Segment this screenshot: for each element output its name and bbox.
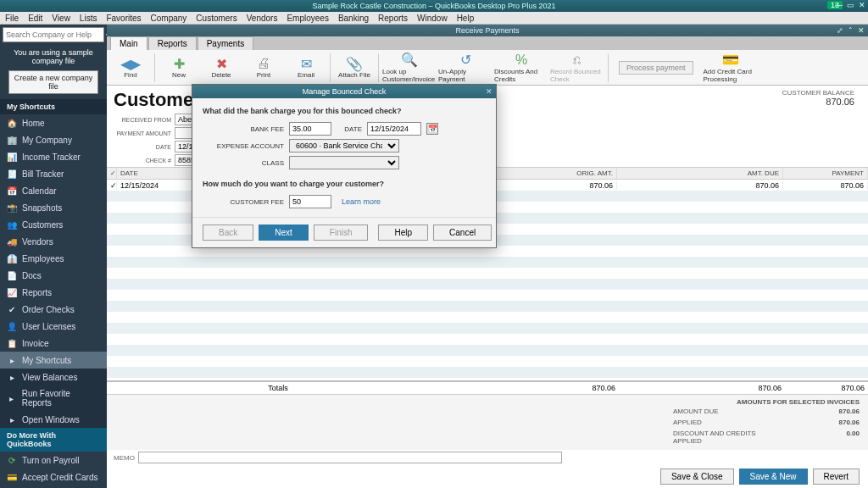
find-button[interactable]: ◀▶Find	[110, 56, 151, 79]
sidebar-footer-open-windows[interactable]: ▸Open Windows	[0, 411, 107, 428]
table-row[interactable]	[107, 334, 868, 345]
search-input[interactable]	[3, 27, 104, 42]
sidebar-item-order-checks[interactable]: ✔Order Checks	[0, 301, 107, 318]
domore-turn-on-payroll[interactable]: ⟳Turn on Payroll	[0, 452, 107, 469]
minimize-icon[interactable]: —	[835, 1, 843, 9]
sidebar-item-my-company[interactable]: 🏢My Company	[0, 131, 107, 148]
add-credit-card-button[interactable]: 💳Add Credit Card Processing	[704, 53, 758, 83]
sidebar-item-home[interactable]: 🏠Home	[0, 114, 107, 131]
menu-help[interactable]: Help	[457, 14, 475, 23]
sidebar-item-employees[interactable]: 👔Employees	[0, 250, 107, 267]
print-button[interactable]: 🖨Print	[243, 56, 284, 79]
customer-fee-input[interactable]	[289, 195, 331, 208]
tab-reports[interactable]: Reports	[148, 36, 197, 50]
ribbon-tabs: MainReportsPayments	[107, 36, 868, 50]
menu-favorites[interactable]: Favorites	[106, 14, 141, 23]
menubar: FileEditViewListsFavoritesCompanyCustome…	[0, 12, 868, 25]
menu-customers[interactable]: Customers	[196, 14, 236, 23]
attach-button[interactable]: 📎Attach File	[334, 56, 375, 79]
page-title: Customer	[114, 89, 201, 111]
discounts-button[interactable]: %Discounts And Credits	[494, 53, 548, 83]
tab-main[interactable]: Main	[110, 36, 147, 50]
domore-header: Do More With QuickBooks	[0, 428, 107, 452]
next-button[interactable]: Next	[259, 225, 309, 241]
print-icon: 🖨	[257, 56, 270, 71]
sidebar-item-income-tracker[interactable]: 📊Income Tracker	[0, 148, 107, 165]
table-row[interactable]	[107, 356, 868, 367]
sidebar-item-calendar[interactable]: 📅Calendar	[0, 182, 107, 199]
dialog-close-icon[interactable]: ✕	[486, 87, 492, 96]
expense-account-select[interactable]: 60600 · Bank Service Charges	[289, 139, 399, 152]
new-button[interactable]: ✚New	[159, 56, 199, 79]
close-icon[interactable]: ✕	[859, 1, 865, 9]
back-button[interactable]: Back	[203, 225, 253, 241]
menu-edit[interactable]: Edit	[28, 14, 42, 23]
sidebar-item-vendors[interactable]: 🚚Vendors	[0, 233, 107, 250]
window-up-icon[interactable]: ˄	[849, 26, 853, 35]
sidebar-footer-view-balances[interactable]: ▸View Balances	[0, 369, 107, 385]
save-close-button[interactable]: Save & Close	[660, 469, 734, 485]
menu-employees[interactable]: Employees	[287, 14, 328, 23]
record-bounced-button[interactable]: ⎌Record Bounced Check	[550, 53, 604, 83]
calendar-icon[interactable]: 📅	[426, 123, 438, 135]
table-row[interactable]	[107, 345, 868, 356]
sidebar-item-docs[interactable]: 📄Docs	[0, 267, 107, 284]
class-select[interactable]	[289, 156, 399, 169]
menu-company[interactable]: Company	[151, 14, 187, 23]
cancel-button[interactable]: Cancel	[433, 225, 492, 241]
date-label: Date	[114, 144, 171, 150]
sidebar-footer-my-shortcuts[interactable]: ▸My Shortcuts	[0, 352, 107, 369]
menu-reports[interactable]: Reports	[378, 14, 408, 23]
lookup-button[interactable]: 🔍Look up Customer/Invoice	[382, 53, 437, 83]
nav-icon: 👔	[7, 253, 17, 263]
revert-button[interactable]: Revert	[813, 469, 860, 485]
table-row[interactable]	[107, 290, 868, 301]
email-button[interactable]: ✉Email	[286, 56, 326, 79]
help-button[interactable]: Help	[378, 225, 428, 241]
menu-view[interactable]: View	[52, 14, 70, 23]
unapply-button[interactable]: ↺Un-Apply Payment	[438, 53, 492, 83]
menu-banking[interactable]: Banking	[338, 14, 369, 23]
table-row[interactable]	[107, 301, 868, 312]
sidebar-item-reports[interactable]: 📈Reports	[0, 284, 107, 301]
class-label: Class	[203, 159, 284, 167]
email-icon: ✉	[301, 56, 312, 71]
process-payment-button[interactable]: Process payment	[619, 61, 693, 75]
maximize-icon[interactable]: ▭	[847, 1, 854, 9]
save-new-button[interactable]: Save & New	[739, 469, 808, 485]
window-expand-icon[interactable]: ⤢	[837, 26, 843, 35]
memo-input[interactable]	[138, 452, 562, 463]
tab-payments[interactable]: Payments	[198, 36, 253, 50]
menu-file[interactable]: File	[5, 14, 19, 23]
table-row[interactable]	[107, 367, 868, 378]
nav-icon: 📋	[7, 338, 17, 348]
bank-fee-input[interactable]	[289, 122, 331, 136]
summary-title: AMOUNTS FOR SELECTED INVOICES	[115, 398, 860, 406]
totals-row: Totals 870.06 870.06 870.06	[107, 380, 868, 394]
table-row[interactable]	[107, 268, 868, 279]
discounts-icon: %	[515, 53, 527, 68]
bounce-date-input[interactable]	[367, 122, 421, 136]
sidebar-footer-run-favorite-reports[interactable]: ▸Run Favorite Reports	[0, 385, 107, 411]
table-row[interactable]	[107, 257, 868, 268]
sidebar-item-invoice[interactable]: 📋Invoice	[0, 335, 107, 352]
sidebar-item-user-licenses[interactable]: 👤User Licenses	[0, 318, 107, 335]
menu-lists[interactable]: Lists	[80, 14, 97, 23]
table-row[interactable]	[107, 312, 868, 323]
learn-more-link[interactable]: Learn more	[342, 197, 381, 206]
expense-account-label: Expense Account	[203, 142, 284, 150]
table-row[interactable]	[107, 323, 868, 334]
sidebar-item-bill-tracker[interactable]: 🧾Bill Tracker	[0, 165, 107, 182]
sidebar-item-snapshots[interactable]: 📸Snapshots	[0, 199, 107, 216]
delete-button[interactable]: ✖Delete	[201, 56, 242, 79]
domore-accept-credit-cards[interactable]: 💳Accept Credit Cards	[0, 469, 107, 485]
table-row[interactable]	[107, 279, 868, 290]
menu-window[interactable]: Window	[417, 14, 448, 23]
memo-label: MEMO	[114, 454, 135, 462]
window-close-icon[interactable]: ✕	[858, 26, 865, 35]
sidebar-item-customers[interactable]: 👥Customers	[0, 216, 107, 233]
finish-button[interactable]: Finish	[314, 225, 369, 241]
create-company-file-button[interactable]: Create a new company file	[8, 70, 98, 94]
window-title: Receive Payments	[455, 26, 519, 35]
menu-vendors[interactable]: Vendors	[247, 14, 278, 23]
